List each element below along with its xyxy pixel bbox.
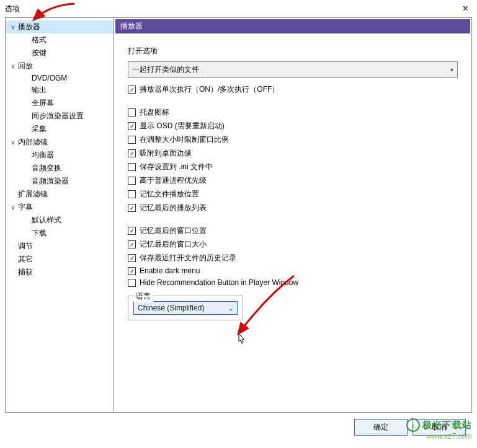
checkbox-row: 在调整大小时限制窗口比例 xyxy=(128,134,458,145)
checkbox-label: 托盘图标 xyxy=(140,107,169,118)
language-select[interactable]: Chinese (Simplified) ⌄ xyxy=(133,301,238,315)
tree-item-label: 扩展滤镜 xyxy=(18,189,48,200)
main-area: v播放器格式按键v回放DVD/OGM输出全屏幕同步渲染器设置采集v内部滤镜均衡器… xyxy=(0,17,477,413)
tree-item-label: 音频渲染器 xyxy=(32,176,69,187)
checkbox-row: 播放器单次执行（ON）/多次执行（OFF） xyxy=(128,84,458,95)
checkbox-label: 保存最近打开文件的历史记录 xyxy=(140,253,236,263)
checkbox[interactable] xyxy=(128,190,136,198)
checkbox[interactable] xyxy=(128,108,136,116)
tree-item[interactable]: 调节 xyxy=(6,240,114,253)
chevron-down-icon: ▾ xyxy=(450,66,453,73)
checkbox-row: 高于普通进程优先级 xyxy=(128,175,458,186)
tree-item[interactable]: 音频变换 xyxy=(6,162,114,175)
checkbox-label: Hide Recommendation Button in Player Win… xyxy=(140,278,298,287)
tree-item[interactable]: v内部滤镜 xyxy=(6,136,114,149)
checkbox[interactable] xyxy=(128,254,136,262)
checkbox-row: 显示 OSD (需要重新启动) xyxy=(128,121,458,131)
tree-item[interactable]: 均衡器 xyxy=(6,149,114,162)
checkbox-row: 吸附到桌面边缘 xyxy=(128,148,458,159)
window-title: 选项 xyxy=(5,4,20,14)
tree-item[interactable]: DVD/OGM xyxy=(6,72,114,84)
checkbox[interactable] xyxy=(128,279,136,287)
checkbox-label: 吸附到桌面边缘 xyxy=(140,148,192,159)
checkbox[interactable] xyxy=(128,204,136,212)
checkbox-label: 记忆最后的窗口大小 xyxy=(140,239,207,250)
checkbox-label: 显示 OSD (需要重新启动) xyxy=(140,121,225,131)
language-fieldset: 语言 Chinese (Simplified) ⌄ xyxy=(128,296,243,320)
tree-collapse-icon[interactable]: v xyxy=(9,63,17,69)
tree-item-label: 默认样式 xyxy=(32,215,61,226)
tree-item-label: 输出 xyxy=(32,85,47,95)
ok-button[interactable]: 确定 xyxy=(354,419,408,436)
tree-collapse-icon[interactable]: v xyxy=(9,139,17,146)
checkbox-row: 保存设置到 .ini 文件中 xyxy=(128,162,458,172)
dialog-footer: 确定 取消 xyxy=(0,413,477,442)
tree-item[interactable]: 格式 xyxy=(6,33,114,46)
checkbox[interactable] xyxy=(128,122,136,130)
checkbox-row: 保存最近打开文件的历史记录 xyxy=(128,253,458,263)
tree-item[interactable]: v回放 xyxy=(6,59,114,72)
chevron-down-icon: ⌄ xyxy=(228,305,233,312)
checkbox[interactable] xyxy=(128,86,136,94)
tree-item[interactable]: v播放器 xyxy=(6,20,114,33)
tree-item-label: 调节 xyxy=(18,241,33,252)
checkbox-label: 记忆最后的窗口位置 xyxy=(140,226,207,236)
tree-item[interactable]: 全屏幕 xyxy=(6,97,114,110)
tree-item-label: 按键 xyxy=(32,48,47,58)
open-options-label: 打开选项 xyxy=(128,46,458,56)
tree-collapse-icon[interactable]: v xyxy=(9,204,17,211)
tree-item[interactable]: v字幕 xyxy=(6,201,114,214)
tree-item-label: 音频变换 xyxy=(32,163,61,173)
checkbox-label: Enable dark menu xyxy=(140,266,200,275)
section-header: 播放器 xyxy=(115,19,470,33)
tree-item-label: 同步渲染器设置 xyxy=(32,111,84,121)
tree-item[interactable]: 采集 xyxy=(6,123,114,136)
tree-item[interactable]: 音频渲染器 xyxy=(6,175,114,188)
cancel-button[interactable]: 取消 xyxy=(412,419,466,436)
checkbox-label: 高于普通进程优先级 xyxy=(140,175,207,186)
checkbox-row: 记忆文件播放位置 xyxy=(128,189,458,200)
tree-item[interactable]: 下载 xyxy=(6,227,114,240)
tree-item-label: 下载 xyxy=(32,228,47,239)
category-tree[interactable]: v播放器格式按键v回放DVD/OGM输出全屏幕同步渲染器设置采集v内部滤镜均衡器… xyxy=(5,17,114,413)
tree-item[interactable]: 同步渲染器设置 xyxy=(6,110,114,123)
checkbox-label: 记忆文件播放位置 xyxy=(140,189,199,200)
close-button[interactable]: × xyxy=(459,3,472,14)
checkbox[interactable] xyxy=(128,163,136,171)
language-legend: 语言 xyxy=(133,291,153,302)
language-value: Chinese (Simplified) xyxy=(138,304,204,312)
tree-item[interactable]: 按键 xyxy=(6,46,114,59)
checkbox-row: Hide Recommendation Button in Player Win… xyxy=(128,278,458,287)
checkbox[interactable] xyxy=(128,177,136,185)
tree-item[interactable]: 默认样式 xyxy=(6,214,114,227)
tree-item-label: 全屏幕 xyxy=(32,98,54,108)
tree-item-label: 播放器 xyxy=(18,22,40,32)
tree-item-label: 捕获 xyxy=(18,267,33,278)
checkbox-row: 记忆最后的窗口位置 xyxy=(128,226,458,236)
checkbox-row: 记忆最后的窗口大小 xyxy=(128,239,458,250)
checkbox[interactable] xyxy=(128,149,136,157)
checkbox-label: 播放器单次执行（ON）/多次执行（OFF） xyxy=(140,84,279,95)
tree-item-label: 回放 xyxy=(18,61,33,71)
tree-item[interactable]: 其它 xyxy=(6,253,114,266)
checkbox-row: 托盘图标 xyxy=(128,107,458,118)
tree-item[interactable]: 扩展滤镜 xyxy=(6,188,114,201)
tree-item[interactable]: 输出 xyxy=(6,84,114,97)
checkbox[interactable] xyxy=(128,227,136,235)
tree-item[interactable]: 捕获 xyxy=(6,266,114,279)
checkbox[interactable] xyxy=(128,240,136,248)
tree-item-label: 其它 xyxy=(18,254,33,265)
checkbox-row: Enable dark menu xyxy=(128,266,458,275)
open-options-select[interactable]: 一起打开类似的文件 ▾ xyxy=(128,61,458,78)
checkbox-row: 记忆最后的播放列表 xyxy=(128,203,458,213)
tree-item-label: DVD/OGM xyxy=(32,74,67,82)
titlebar: 选项 × xyxy=(0,0,477,17)
tree-item-label: 均衡器 xyxy=(32,150,54,160)
tree-collapse-icon[interactable]: v xyxy=(9,24,17,30)
checkbox[interactable] xyxy=(128,136,136,144)
content-panel: 播放器 打开选项 一起打开类似的文件 ▾ 播放器单次执行（ON）/多次执行（OF… xyxy=(114,17,472,413)
checkbox-label: 记忆最后的播放列表 xyxy=(140,203,207,213)
checkbox-label: 在调整大小时限制窗口比例 xyxy=(140,134,229,145)
checkbox[interactable] xyxy=(128,267,136,275)
tree-item-label: 内部滤镜 xyxy=(18,137,48,147)
